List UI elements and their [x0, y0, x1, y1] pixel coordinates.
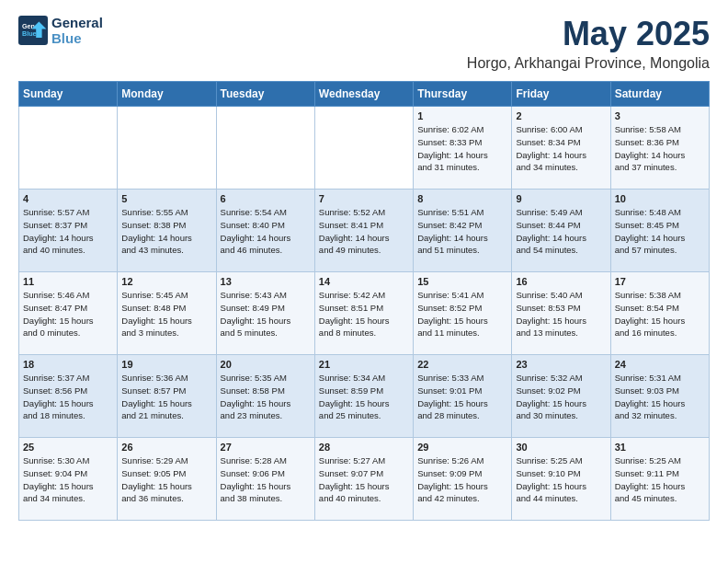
- calendar-week-4: 18Sunrise: 5:37 AM Sunset: 8:56 PM Dayli…: [19, 355, 710, 438]
- calendar-cell: 18Sunrise: 5:37 AM Sunset: 8:56 PM Dayli…: [19, 355, 118, 438]
- day-number: 28: [319, 442, 409, 453]
- calendar-cell: 13Sunrise: 5:43 AM Sunset: 8:49 PM Dayli…: [216, 272, 314, 355]
- day-number: 17: [615, 276, 705, 287]
- day-number: 15: [417, 276, 507, 287]
- svg-text:Blue: Blue: [22, 29, 37, 38]
- calendar-cell: 17Sunrise: 5:38 AM Sunset: 8:54 PM Dayli…: [610, 272, 709, 355]
- day-number: 18: [23, 359, 113, 370]
- day-info: Sunrise: 5:37 AM Sunset: 8:56 PM Dayligh…: [23, 372, 113, 422]
- day-info: Sunrise: 5:48 AM Sunset: 8:45 PM Dayligh…: [615, 206, 705, 257]
- day-number: 5: [121, 193, 211, 204]
- day-number: 16: [516, 276, 606, 287]
- day-number: 9: [516, 193, 606, 204]
- day-info: Sunrise: 5:58 AM Sunset: 8:36 PM Dayligh…: [615, 123, 705, 174]
- day-info: Sunrise: 5:36 AM Sunset: 8:57 PM Dayligh…: [121, 372, 211, 422]
- calendar-cell: 1Sunrise: 6:02 AM Sunset: 8:33 PM Daylig…: [414, 107, 512, 190]
- location-title: Horgo, Arkhangai Province, Mongolia: [467, 55, 710, 72]
- header-sunday: Sunday: [19, 82, 118, 107]
- day-number: 13: [221, 276, 311, 287]
- day-info: Sunrise: 5:51 AM Sunset: 8:42 PM Dayligh…: [417, 206, 507, 257]
- day-info: Sunrise: 5:25 AM Sunset: 9:11 PM Dayligh…: [615, 454, 705, 505]
- calendar-cell: 16Sunrise: 5:40 AM Sunset: 8:53 PM Dayli…: [512, 272, 610, 355]
- calendar-cell: 7Sunrise: 5:52 AM Sunset: 8:41 PM Daylig…: [314, 190, 413, 272]
- day-info: Sunrise: 5:52 AM Sunset: 8:41 PM Dayligh…: [319, 206, 409, 257]
- calendar-cell: 14Sunrise: 5:42 AM Sunset: 8:51 PM Dayli…: [314, 272, 413, 355]
- calendar-week-3: 11Sunrise: 5:46 AM Sunset: 8:47 PM Dayli…: [19, 272, 710, 355]
- header-saturday: Saturday: [610, 82, 709, 107]
- calendar-cell: 22Sunrise: 5:33 AM Sunset: 9:01 PM Dayli…: [414, 355, 512, 438]
- day-number: 20: [221, 359, 311, 370]
- day-info: Sunrise: 5:34 AM Sunset: 8:59 PM Dayligh…: [319, 372, 409, 422]
- general-blue-icon: Gen Blue: [18, 16, 48, 45]
- top-bar: Gen Blue General Blue May 2025 Horgo, Ar…: [18, 15, 710, 81]
- day-info: Sunrise: 5:46 AM Sunset: 8:47 PM Dayligh…: [23, 289, 113, 339]
- calendar-cell: 12Sunrise: 5:45 AM Sunset: 8:48 PM Dayli…: [118, 272, 216, 355]
- month-title: May 2025: [467, 15, 710, 53]
- calendar-cell: [314, 107, 413, 190]
- day-number: 21: [319, 359, 409, 370]
- day-number: 8: [417, 193, 507, 204]
- calendar-week-2: 4Sunrise: 5:57 AM Sunset: 8:37 PM Daylig…: [19, 190, 710, 272]
- day-info: Sunrise: 5:28 AM Sunset: 9:06 PM Dayligh…: [221, 454, 311, 505]
- day-info: Sunrise: 5:57 AM Sunset: 8:37 PM Dayligh…: [23, 206, 113, 257]
- day-info: Sunrise: 6:00 AM Sunset: 8:34 PM Dayligh…: [516, 123, 606, 174]
- day-info: Sunrise: 5:54 AM Sunset: 8:40 PM Dayligh…: [221, 206, 311, 257]
- day-info: Sunrise: 5:30 AM Sunset: 9:04 PM Dayligh…: [23, 454, 113, 505]
- day-info: Sunrise: 5:42 AM Sunset: 8:51 PM Dayligh…: [319, 289, 409, 339]
- day-number: 30: [516, 442, 606, 453]
- day-number: 19: [121, 359, 211, 370]
- calendar-week-5: 25Sunrise: 5:30 AM Sunset: 9:04 PM Dayli…: [19, 438, 710, 521]
- calendar-cell: 10Sunrise: 5:48 AM Sunset: 8:45 PM Dayli…: [610, 190, 709, 272]
- calendar-cell: 15Sunrise: 5:41 AM Sunset: 8:52 PM Dayli…: [414, 272, 512, 355]
- day-info: Sunrise: 5:45 AM Sunset: 8:48 PM Dayligh…: [121, 289, 211, 339]
- day-number: 22: [417, 359, 507, 370]
- day-number: 7: [319, 193, 409, 204]
- day-info: Sunrise: 5:55 AM Sunset: 8:38 PM Dayligh…: [121, 206, 211, 257]
- calendar-table: SundayMondayTuesdayWednesdayThursdayFrid…: [18, 81, 710, 521]
- calendar-cell: 29Sunrise: 5:26 AM Sunset: 9:09 PM Dayli…: [414, 438, 512, 521]
- calendar-cell: 20Sunrise: 5:35 AM Sunset: 8:58 PM Dayli…: [216, 355, 314, 438]
- calendar-cell: [19, 107, 118, 190]
- day-number: 26: [121, 442, 211, 453]
- day-number: 6: [221, 193, 311, 204]
- calendar-cell: 4Sunrise: 5:57 AM Sunset: 8:37 PM Daylig…: [19, 190, 118, 272]
- header-friday: Friday: [512, 82, 610, 107]
- day-number: 25: [23, 442, 113, 453]
- calendar-cell: 27Sunrise: 5:28 AM Sunset: 9:06 PM Dayli…: [216, 438, 314, 521]
- calendar-cell: [216, 107, 314, 190]
- header-thursday: Thursday: [414, 82, 512, 107]
- day-info: Sunrise: 5:33 AM Sunset: 9:01 PM Dayligh…: [417, 372, 507, 422]
- day-info: Sunrise: 5:49 AM Sunset: 8:44 PM Dayligh…: [516, 206, 606, 257]
- day-number: 12: [121, 276, 211, 287]
- calendar-cell: 6Sunrise: 5:54 AM Sunset: 8:40 PM Daylig…: [216, 190, 314, 272]
- calendar-cell: 31Sunrise: 5:25 AM Sunset: 9:11 PM Dayli…: [610, 438, 709, 521]
- day-info: Sunrise: 5:29 AM Sunset: 9:05 PM Dayligh…: [121, 454, 211, 505]
- calendar-header-row: SundayMondayTuesdayWednesdayThursdayFrid…: [19, 82, 710, 107]
- day-number: 31: [615, 442, 705, 453]
- calendar-cell: 26Sunrise: 5:29 AM Sunset: 9:05 PM Dayli…: [118, 438, 216, 521]
- calendar-week-1: 1Sunrise: 6:02 AM Sunset: 8:33 PM Daylig…: [19, 107, 710, 190]
- calendar-cell: 19Sunrise: 5:36 AM Sunset: 8:57 PM Dayli…: [118, 355, 216, 438]
- day-info: Sunrise: 5:41 AM Sunset: 8:52 PM Dayligh…: [417, 289, 507, 339]
- title-block: May 2025 Horgo, Arkhangai Province, Mong…: [467, 15, 710, 81]
- day-number: 4: [23, 193, 113, 204]
- calendar-cell: 5Sunrise: 5:55 AM Sunset: 8:38 PM Daylig…: [118, 190, 216, 272]
- day-number: 23: [516, 359, 606, 370]
- day-info: Sunrise: 5:32 AM Sunset: 9:02 PM Dayligh…: [516, 372, 606, 422]
- calendar-cell: 24Sunrise: 5:31 AM Sunset: 9:03 PM Dayli…: [610, 355, 709, 438]
- calendar-cell: 25Sunrise: 5:30 AM Sunset: 9:04 PM Dayli…: [19, 438, 118, 521]
- calendar-cell: 30Sunrise: 5:25 AM Sunset: 9:10 PM Dayli…: [512, 438, 610, 521]
- header-wednesday: Wednesday: [314, 82, 413, 107]
- day-info: Sunrise: 5:40 AM Sunset: 8:53 PM Dayligh…: [516, 289, 606, 339]
- calendar-cell: 8Sunrise: 5:51 AM Sunset: 8:42 PM Daylig…: [414, 190, 512, 272]
- day-info: Sunrise: 5:31 AM Sunset: 9:03 PM Dayligh…: [615, 372, 705, 422]
- day-number: 29: [417, 442, 507, 453]
- day-info: Sunrise: 6:02 AM Sunset: 8:33 PM Dayligh…: [417, 123, 507, 174]
- day-info: Sunrise: 5:25 AM Sunset: 9:10 PM Dayligh…: [516, 454, 606, 505]
- header-monday: Monday: [118, 82, 216, 107]
- day-info: Sunrise: 5:35 AM Sunset: 8:58 PM Dayligh…: [221, 372, 311, 422]
- day-number: 11: [23, 276, 113, 287]
- calendar-cell: 28Sunrise: 5:27 AM Sunset: 9:07 PM Dayli…: [314, 438, 413, 521]
- day-info: Sunrise: 5:43 AM Sunset: 8:49 PM Dayligh…: [221, 289, 311, 339]
- day-info: Sunrise: 5:38 AM Sunset: 8:54 PM Dayligh…: [615, 289, 705, 339]
